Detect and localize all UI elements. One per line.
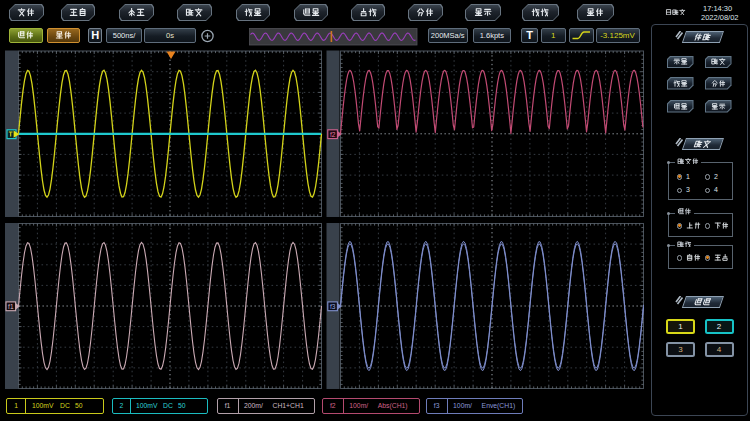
- svg-text:f3: f3: [330, 303, 336, 310]
- svg-text:f2: f2: [330, 131, 336, 138]
- svg-text:f1: f1: [8, 303, 14, 310]
